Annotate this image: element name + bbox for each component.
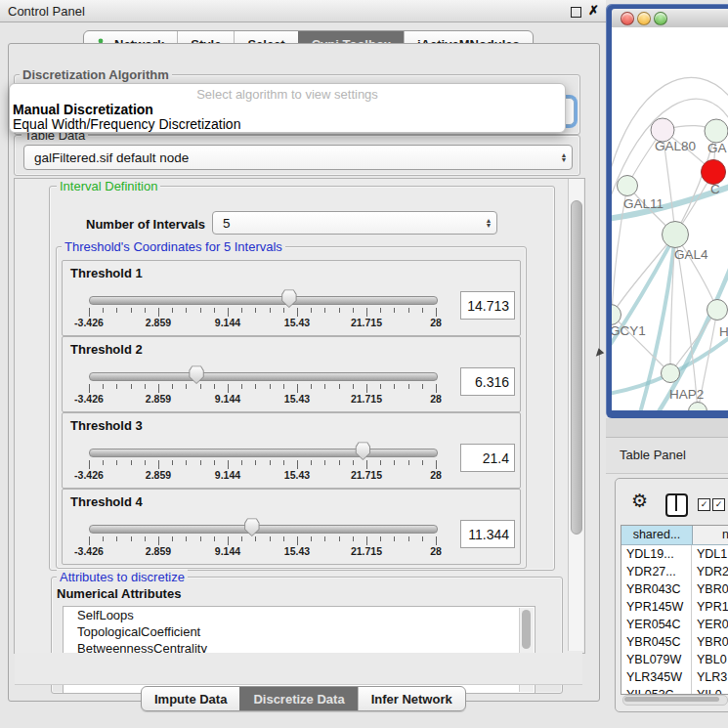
tick-label: 15.43 [284,545,310,557]
minor-tick [283,308,284,313]
table-row[interactable]: YIL053CYIL0 [621,686,728,695]
tick-label: 2.859 [146,545,171,557]
network-node[interactable] [662,364,680,383]
tick-label: 2.859 [146,393,171,405]
table-row[interactable]: YBL079WYBL0 [621,651,728,668]
number-of-intervals-combobox[interactable]: 5 ▲▼ [212,211,497,235]
network-window-titlebar[interactable] [612,9,728,28]
slider-thumb[interactable] [355,442,370,460]
list-scrollbar-thumb[interactable] [522,610,531,649]
checkbox-icon[interactable]: ✓ [712,498,725,511]
minor-tick [270,384,271,389]
bottom-tab-discretize-data[interactable]: Discretize Data [239,687,357,710]
network-node-label: H [719,324,728,339]
minor-tick [422,308,423,313]
minor-tick [353,460,354,465]
network-node-label: GAL4 [674,247,708,262]
major-tick [436,308,437,317]
table-row[interactable]: YBR045CYBR0 [621,633,728,651]
minor-tick [103,460,104,465]
minor-tick [339,460,340,465]
minor-tick [200,384,201,389]
close-icon[interactable]: ✗ [588,3,599,18]
threshold-label: Threshold 1 [70,266,143,280]
table-row[interactable]: YDL19...YDL1 [621,545,728,563]
minor-tick [270,536,271,541]
minor-tick [394,460,395,465]
slider-track[interactable] [89,296,438,305]
network-node[interactable] [612,305,621,325]
minimize-traffic-light[interactable] [637,12,651,25]
threshold-value-field[interactable]: 6.316 [460,367,515,396]
threshold-value-field[interactable]: 21.4 [460,444,515,472]
threshold-panel-3: Threshold 3-3.4262.8599.14415.4321.71528… [62,412,521,489]
float-window-icon[interactable] [571,7,581,18]
threshold-value-field[interactable]: 14.713 [460,291,515,320]
minor-tick [200,536,201,541]
major-tick [89,536,90,545]
cell-shared-name: YBL079W [621,651,692,668]
cell-shared-name: YDL19... [621,545,692,563]
slider-track[interactable] [89,449,438,457]
attribute-list-item[interactable]: TopologicalCoefficient [64,623,535,640]
minor-tick [408,384,409,389]
tick-label: -3.426 [74,317,104,328]
maximize-traffic-light[interactable] [654,12,667,25]
table-row[interactable]: YDR27...YDR2 [621,563,728,580]
interval-definition-title: Interval Definition [57,179,160,193]
panel-scrollbar-thumb[interactable] [571,200,582,535]
slider-thumb[interactable] [189,365,204,384]
cell-name: YPR1 [692,598,728,616]
minor-tick [131,384,132,389]
slider-track[interactable] [89,372,438,381]
close-traffic-light[interactable] [621,12,634,25]
bottom-tab-infer-network[interactable]: Infer Network [358,687,465,710]
attribute-list-item[interactable]: SelfLoops [64,607,535,623]
table-data-combobox[interactable]: galFiltered.sif default node ▲▼ [23,145,573,170]
panel-scrollbar[interactable] [568,179,583,651]
minor-tick [200,460,201,465]
popup-item-manual-discretization[interactable]: Manual Discretization [13,102,153,117]
minor-tick [103,384,104,389]
network-node-label: GAL11 [623,196,664,211]
network-node[interactable] [689,403,707,411]
minor-tick [186,536,187,541]
table-row[interactable]: YPR145WYPR1 [621,598,728,616]
minor-tick [283,384,284,389]
network-node[interactable] [618,176,638,196]
table-horizontal-scrollbar[interactable] [622,695,728,706]
tick-label: 28 [430,545,442,557]
bottom-tab-impute-data[interactable]: Impute Data [142,687,239,710]
minor-tick [145,308,146,313]
gear-icon[interactable]: ⚙ [631,492,648,510]
network-node[interactable] [707,300,728,321]
minor-tick [241,384,242,389]
popup-item-equal-width-frequency[interactable]: Equal Width/Frequency Discretization [13,116,240,132]
cell-name: YLR3 [692,668,728,686]
table-row[interactable]: YLR345WYLR3 [621,668,728,686]
threshold-panel-4: Threshold 4-3.4262.8599.14415.4321.71528… [62,489,521,565]
minor-tick [172,536,173,541]
slider-thumb[interactable] [281,289,297,308]
threshold-value-field[interactable]: 11.344 [460,520,515,548]
network-canvas[interactable]: GAL80GACGAL11GAL4GCY1HHAP2 [612,27,728,410]
slider-thumb[interactable] [244,518,260,536]
control-panel-titlebar: Control Panel ✗ [0,0,606,22]
minor-tick [380,308,381,313]
split-columns-icon[interactable] [665,493,688,517]
network-node[interactable] [702,160,726,185]
table-row[interactable]: YBR043CYBR0 [621,580,728,598]
checkbox-icon[interactable]: ✓ [698,498,710,511]
cell-shared-name: YDR27... [621,563,692,580]
minor-tick [339,308,340,313]
tick-label: -3.426 [74,393,104,405]
minor-tick [270,460,271,465]
slider-track[interactable] [89,525,438,534]
table-scrollbar-thumb[interactable] [624,697,719,702]
network-node[interactable] [663,222,689,248]
column-header-name[interactable]: n [693,526,728,544]
column-header-shared-name[interactable]: shared... [621,526,693,544]
tick-label: 15.43 [284,469,310,481]
table-row[interactable]: YER054CYER0 [621,616,728,633]
network-node[interactable] [705,119,728,143]
